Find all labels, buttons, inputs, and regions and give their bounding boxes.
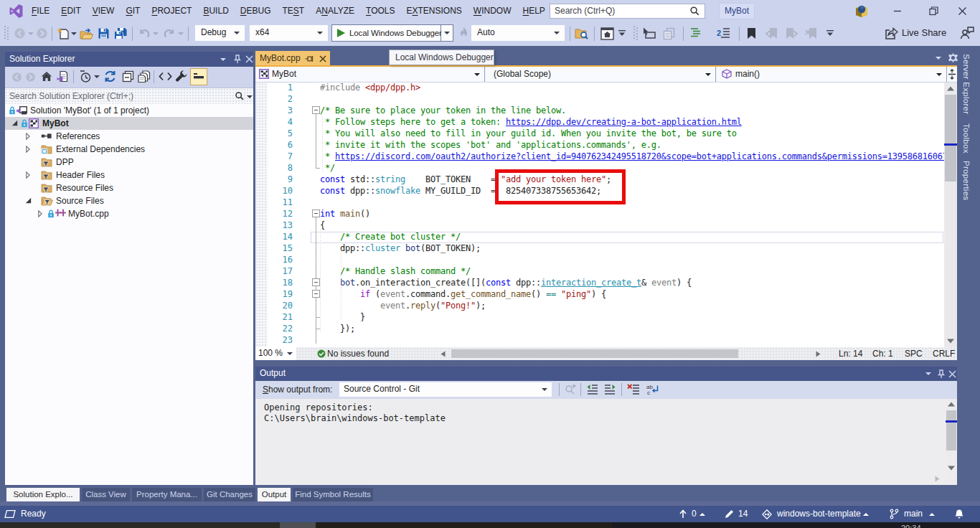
pin-icon[interactable] [233, 55, 242, 64]
bookmark-icon[interactable] [746, 27, 757, 39]
pending-changes-filter-icon[interactable] [80, 70, 92, 83]
tree-item-mybot[interactable]: MyBot [5, 117, 253, 130]
pending-edits-count[interactable]: 14 [738, 506, 748, 522]
menu-window[interactable]: WINDOW [468, 0, 517, 22]
tab-list-dropdown[interactable] [936, 57, 941, 60]
sync-with-active-document-icon[interactable] [56, 70, 68, 82]
refresh-icon[interactable] [103, 70, 117, 83]
collapse-arrow-icon[interactable] [11, 120, 18, 126]
menu-git[interactable]: GIT [120, 0, 146, 22]
live-share-icon[interactable] [884, 26, 898, 40]
nav-scope-dropdown[interactable]: (Global Scope) [486, 67, 716, 82]
bell-icon[interactable] [954, 509, 964, 519]
menu-extensions[interactable]: EXTENSIONS [400, 0, 467, 22]
pending-changes-filter-dropdown[interactable] [94, 75, 100, 78]
se-home-icon[interactable] [41, 71, 52, 82]
menu-help[interactable]: HELP [517, 0, 551, 22]
git-branch-icon[interactable] [890, 509, 899, 519]
live-share-label[interactable]: Live Share [902, 27, 946, 38]
search-input[interactable]: Search (Ctrl+Q) [550, 4, 705, 19]
output-close-icon[interactable] [948, 370, 956, 378]
tree-item-mybot-cpp[interactable]: MyBot.cpp [5, 207, 253, 220]
format-indent-alt-icon[interactable]: 2 [717, 27, 730, 39]
solution-explorer-search[interactable]: Search Solution Explorer (Ctrl+;) [5, 88, 253, 104]
format-indent-icon[interactable] [690, 27, 703, 39]
start-debugging-button[interactable]: Local Windows Debugger [331, 24, 453, 42]
collapse-arrow-icon[interactable] [25, 197, 32, 204]
repository-dropdown[interactable] [863, 513, 869, 516]
split-window-button[interactable] [947, 67, 957, 82]
fold-collapse-box[interactable] [312, 278, 320, 286]
menu-tools[interactable]: TOOLS [360, 0, 400, 22]
expand-arrow-icon[interactable] [26, 146, 30, 153]
menu-analyze[interactable]: ANALYZE [310, 0, 360, 22]
nav-project-dropdown[interactable]: MyBot [255, 67, 485, 82]
hscrollbar-thumb[interactable] [451, 349, 738, 358]
editor-vertical-scrollbar[interactable] [944, 82, 957, 347]
clear-all-icon[interactable] [627, 384, 639, 395]
output-hscroll-arrow[interactable] [935, 476, 940, 482]
next-message-icon[interactable] [604, 384, 616, 395]
output-scrollbar[interactable] [946, 399, 957, 485]
solution-name-button[interactable]: MyBot [719, 3, 755, 19]
previous-message-icon[interactable] [586, 384, 598, 395]
new-project-dropdown[interactable] [71, 32, 77, 35]
scroll-down-arrow[interactable] [947, 339, 954, 344]
issues-status[interactable]: No issues found [327, 347, 389, 360]
document-tab[interactable]: MyBot.cpp [255, 51, 330, 66]
save-all-icon[interactable] [113, 27, 128, 40]
view-code-icon[interactable] [159, 72, 172, 81]
close-button[interactable] [950, 0, 974, 22]
navigate-back-icon[interactable] [14, 27, 26, 39]
tab-pin-icon[interactable] [305, 55, 314, 63]
expand-arrow-icon[interactable] [26, 171, 30, 179]
panel-tab-output[interactable]: Output [258, 488, 291, 501]
user-avatar[interactable] [854, 3, 870, 19]
output-scrollbar-thumb[interactable] [946, 410, 956, 451]
preview-selected-items-button[interactable] [190, 68, 207, 85]
se-search-dropdown[interactable] [247, 95, 253, 98]
output-position-dropdown[interactable] [925, 372, 931, 375]
output-source-dropdown[interactable]: Source Control - Git [339, 382, 552, 397]
panel-tab-solution-explo-[interactable]: Solution Explo... [6, 488, 80, 501]
home-window-icon[interactable] [600, 27, 614, 40]
right-tab-properties[interactable]: Properties [962, 161, 971, 200]
repo-icon[interactable] [762, 509, 772, 519]
platform-dropdown[interactable]: x64 [250, 25, 328, 41]
tree-item-source-files[interactable]: Source Files [5, 194, 253, 207]
tree-item-resource-files[interactable]: Resource Files [5, 182, 253, 194]
tab-close-icon[interactable] [319, 55, 326, 62]
branch-dropdown[interactable] [929, 513, 935, 516]
push-count[interactable]: 0 [692, 506, 697, 522]
se-search-icon[interactable] [235, 91, 245, 101]
panel-tab-find-symbol-results[interactable]: Find Symbol Results [293, 488, 373, 501]
push-arrow-icon[interactable] [679, 509, 687, 519]
zoom-dropdown[interactable]: 100 % [255, 347, 296, 360]
solution-explorer-title-bar[interactable]: Solution Explorer [5, 52, 253, 67]
redo-dropdown[interactable] [178, 32, 184, 35]
output-content[interactable]: Opening repositories:C:\Users\brain\wind… [255, 399, 946, 485]
window-position-dropdown[interactable] [220, 58, 226, 61]
panel-tab-class-view[interactable]: Class View [82, 488, 130, 501]
menu-debug[interactable]: DEBUG [235, 0, 277, 22]
output-scroll-up[interactable] [948, 402, 955, 407]
output-pin-icon[interactable] [937, 369, 946, 379]
scrollbar-thumb[interactable] [945, 95, 956, 182]
new-project-icon[interactable] [57, 27, 70, 40]
expand-arrow-icon[interactable] [26, 133, 30, 140]
repository-name[interactable]: windows-bot-template [777, 506, 861, 522]
output-title-bar[interactable]: Output [255, 367, 957, 381]
menu-build[interactable]: BUILD [197, 0, 234, 22]
tree-item-dpp[interactable]: DPP [5, 156, 253, 169]
show-all-files-icon[interactable] [138, 70, 151, 82]
collapse-all-icon[interactable] [122, 70, 134, 82]
task-status-icon[interactable] [4, 510, 16, 518]
word-wrap-icon[interactable]: ab c [646, 384, 659, 395]
right-tab-server-explorer[interactable]: Server Explorer [962, 54, 971, 114]
fold-collapse-box[interactable] [312, 290, 320, 298]
undo-icon[interactable] [138, 27, 151, 39]
tree-item-external-dependencies[interactable]: External Dependencies [5, 143, 253, 156]
expand-arrow-icon[interactable] [38, 210, 42, 217]
watch-dropdown[interactable]: Auto [471, 25, 565, 41]
editor-horizontal-scrollbar[interactable] [448, 349, 980, 359]
